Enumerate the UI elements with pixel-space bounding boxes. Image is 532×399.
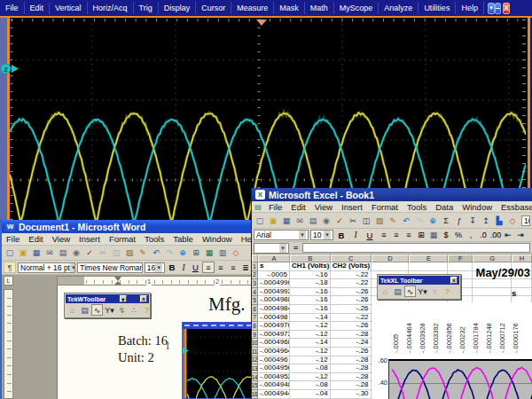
menu-item-table[interactable]: Table	[168, 233, 198, 245]
open-folder-icon[interactable]: ▣	[267, 215, 279, 226]
cell-B16[interactable]: -.04	[290, 390, 331, 399]
drawing-icon[interactable]: ◇	[230, 247, 242, 259]
cell-B2[interactable]: -.16	[290, 271, 331, 280]
email-icon[interactable]: ✉	[293, 215, 306, 226]
align-right-icon[interactable]: ≡	[403, 230, 415, 241]
chart-wizard-icon[interactable]: ▙	[493, 215, 505, 226]
menu-item-math[interactable]: Math	[305, 2, 334, 14]
percent-icon[interactable]: %	[452, 230, 465, 241]
increase-decimal-icon[interactable]: .0	[477, 230, 489, 241]
row-header-5[interactable]: 5	[252, 296, 258, 305]
row-header-2[interactable]: 2	[252, 271, 258, 280]
cell-C11[interactable]: -.26	[331, 348, 372, 356]
autosum-icon[interactable]: Σ	[440, 215, 452, 226]
menu-overflow-button[interactable]: ▼	[488, 3, 495, 14]
cell-B9[interactable]: -.12	[290, 331, 331, 340]
update-icon[interactable]: ↯	[116, 304, 128, 316]
cell-C1[interactable]: CH2 (Volts)	[331, 262, 372, 271]
align-left-icon[interactable]: ≡	[202, 262, 215, 273]
currency-icon[interactable]: $	[440, 230, 452, 241]
decrease-decimal-icon[interactable]: .00	[489, 230, 502, 241]
menu-item-help[interactable]: Help	[456, 2, 484, 14]
align-left-icon[interactable]: ≡	[378, 230, 390, 241]
close-button[interactable]: X	[503, 3, 510, 14]
menu-item-insert[interactable]: Insert	[74, 233, 105, 245]
cell-A2[interactable]: -.0005	[258, 271, 290, 280]
comma-icon[interactable]: ,	[465, 230, 477, 241]
cell-C10[interactable]: -.24	[331, 339, 372, 348]
cell-C13[interactable]: -.28	[331, 364, 372, 373]
cell-C5[interactable]: -.26	[331, 296, 372, 305]
cell-B5[interactable]: -.16	[290, 296, 331, 305]
row-header-1[interactable]: 1	[252, 262, 258, 271]
styles-and-formatting-icon[interactable]: ¶	[4, 262, 16, 273]
menu-item-edit[interactable]: Edit	[25, 2, 51, 14]
italic-button[interactable]: I	[349, 230, 362, 241]
align-center-icon[interactable]: ≡	[215, 262, 227, 273]
insert-hyperlink-icon[interactable]: ⊕	[426, 215, 439, 226]
row-header-8[interactable]: 8	[252, 322, 258, 331]
excel-title-bar[interactable]: X Microsoft Excel - Book1	[252, 188, 532, 201]
save-icon[interactable]: ▦	[280, 215, 293, 226]
cell-C14[interactable]: -.28	[331, 373, 372, 382]
column-header-A[interactable]: A	[258, 254, 290, 262]
cell-B6[interactable]: -.16	[290, 305, 331, 314]
sort-ascending-icon[interactable]: ↧	[466, 215, 479, 226]
menu-item-view[interactable]: View	[310, 201, 337, 213]
menu-item-file[interactable]: File	[2, 233, 24, 245]
menu-item-window[interactable]: Window	[198, 233, 237, 245]
cell-B1[interactable]: CH1 (Volts)	[290, 262, 331, 271]
font-combo[interactable]: Times New Roman▼	[77, 262, 142, 273]
row-header-10[interactable]: 10	[252, 339, 258, 348]
bold-button[interactable]: B	[335, 230, 348, 241]
align-right-icon[interactable]: ≡	[227, 262, 239, 273]
document-heading-text[interactable]: Mfg.	[208, 293, 245, 316]
menu-item-tools[interactable]: Tools	[140, 233, 168, 245]
equals-button[interactable]: =	[291, 244, 301, 253]
chevron-down-icon[interactable]: ▼	[70, 263, 75, 272]
cell-A9[interactable]: -.0004972	[258, 331, 290, 340]
zoom-combo[interactable]: 100%▼	[521, 215, 530, 226]
row-header-9[interactable]: 9	[252, 331, 258, 340]
insert-table-icon[interactable]: ⊞	[190, 247, 202, 259]
email-icon[interactable]: ✉	[43, 247, 56, 259]
cell-A7[interactable]: -.000498	[258, 314, 290, 323]
print-preview-icon[interactable]: ◉	[70, 247, 82, 259]
column-header-H[interactable]: H	[512, 254, 532, 262]
tekw-toolbar-title-bar[interactable]: TekWToolbar ▾ x	[66, 294, 149, 303]
insert-hyperlink-icon[interactable]: ⊕	[176, 247, 189, 259]
paste-icon[interactable]: ▨	[123, 247, 136, 259]
column-header-D[interactable]: D	[372, 254, 410, 262]
font-size-combo[interactable]: 10▼	[310, 230, 333, 240]
align-center-icon[interactable]: ≡	[390, 230, 403, 241]
row-header-11[interactable]: 11	[252, 348, 258, 356]
border-icon[interactable]: ▦	[427, 230, 440, 241]
cell-A1[interactable]: s	[258, 262, 290, 271]
cell-E1[interactable]	[409, 262, 448, 271]
format-painter-icon[interactable]: ✎	[137, 247, 149, 259]
cell-A11[interactable]: -.0004964	[258, 348, 290, 356]
row-header-3[interactable]: 3	[252, 279, 258, 288]
y-values-icon[interactable]: Y▾	[104, 304, 115, 316]
justify-icon[interactable]: ≣	[239, 262, 252, 273]
bold-button[interactable]: B	[167, 262, 176, 273]
menu-item-essbase[interactable]: Essbase	[497, 201, 532, 213]
italic-button[interactable]: I	[179, 262, 189, 273]
home-icon[interactable]: ⌂	[379, 286, 391, 297]
cell-A6[interactable]: -.0004984	[258, 305, 290, 314]
font-size-combo[interactable]: 16▼	[145, 262, 166, 273]
spelling-icon[interactable]: ✓	[83, 247, 96, 259]
cell-A8[interactable]: -.0004976	[258, 322, 290, 331]
settings-tree-icon[interactable]: ∴	[129, 304, 140, 316]
cell-G3[interactable]	[473, 279, 512, 288]
undo-icon[interactable]: ↶	[150, 247, 162, 259]
print-icon[interactable]: ▤	[307, 215, 319, 226]
date-cell-value[interactable]: May/29/03	[461, 266, 530, 279]
cell-C15[interactable]: -.28	[331, 381, 372, 390]
waveform-icon[interactable]: ∿	[404, 286, 416, 297]
underline-button[interactable]: U	[364, 230, 376, 241]
formula-input[interactable]	[302, 243, 530, 253]
row-header-15[interactable]: 15	[252, 381, 258, 390]
cell-A16[interactable]: -.0004944	[258, 390, 290, 399]
cell-A13[interactable]: -.0004956	[258, 364, 290, 373]
